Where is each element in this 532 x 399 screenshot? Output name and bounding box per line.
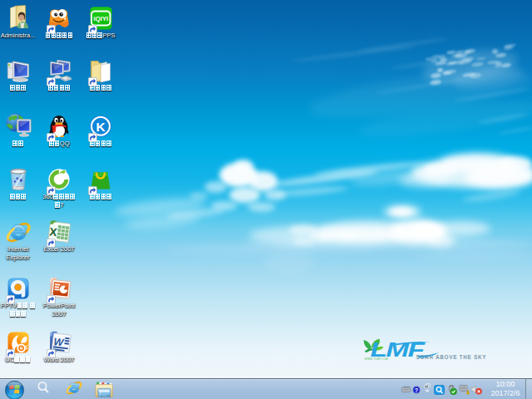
svg-text:SOAR ABOVE THE SKY: SOAR ABOVE THE SKY [416, 354, 487, 360]
svg-text:?: ? [415, 387, 418, 393]
svg-text:iQIYI: iQIYI [94, 15, 109, 22]
svg-text:K: K [96, 120, 106, 134]
